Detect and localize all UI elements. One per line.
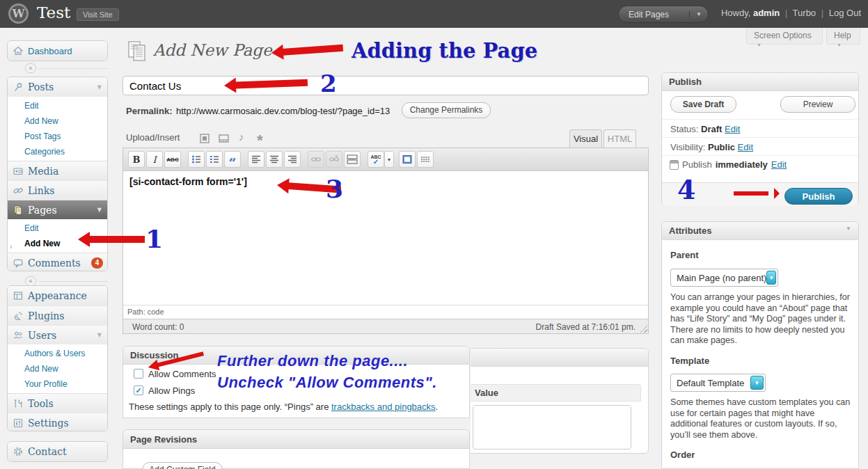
sidebar-item-contact[interactable]: Contact [8, 442, 107, 461]
custom-field-value-textarea[interactable] [473, 405, 631, 450]
spellcheck-dropdown[interactable]: ▼ [384, 151, 394, 168]
publish-button[interactable]: Publish [784, 188, 853, 205]
publish-panel-header[interactable]: Publish [662, 73, 858, 91]
sidebar-item-settings[interactable]: Settings [8, 413, 107, 431]
allow-pings-checkbox[interactable]: ✓ [134, 385, 143, 395]
sidebar-item-label: Settings [28, 418, 103, 429]
sidebar-item-users[interactable]: Users ▼ [8, 325, 107, 344]
sidebar-item-pages-selected[interactable]: Pages ▼ [8, 200, 107, 219]
spellcheck-icon: ABC ✓ [370, 154, 381, 164]
divider [39, 281, 108, 282]
turbo-link[interactable]: Turbo [793, 8, 816, 18]
sidebar-item-appearance[interactable]: Appearance [8, 286, 107, 305]
bold-button[interactable]: B [128, 151, 145, 168]
link-icon [311, 154, 321, 164]
preview-button[interactable]: Preview [780, 96, 855, 113]
submenu-item-post-tags[interactable]: Post Tags [8, 129, 107, 144]
sidebar-item-label: Plugins [28, 310, 103, 321]
edit-visibility-link[interactable]: Edit [738, 142, 753, 152]
blockquote-button[interactable]: “ [224, 151, 241, 168]
edit-publish-when-link[interactable]: Edit [771, 159, 787, 170]
add-video-icon[interactable] [219, 134, 229, 143]
select-dropdown-icon[interactable]: ▼ [766, 271, 776, 285]
collapse-menu-icon[interactable]: « [25, 63, 36, 73]
trackbacks-pingbacks-link[interactable]: trackbacks and pingbacks [331, 402, 436, 412]
sidebar-item-tools[interactable]: Tools [8, 393, 107, 413]
annotation-step-2: 2 [320, 70, 337, 97]
sidebar-item-comments[interactable]: Comments 4 [8, 253, 107, 271]
sidebar-item-posts[interactable]: Posts ▼ [8, 77, 107, 97]
visit-site-button[interactable]: Visit Site [77, 8, 119, 21]
wordpress-admin-page: W Test Visit Site Edit Pages ▼ Howdy, ad… [0, 0, 868, 469]
bullet-list-button[interactable] [188, 151, 205, 168]
add-image-icon[interactable] [200, 134, 210, 143]
page-revisions-panel-header[interactable]: Page Revisions [123, 429, 470, 449]
attributes-panel-header[interactable]: Attributes ▼ [662, 222, 858, 240]
status-row: Status: Draft Edit [670, 124, 740, 134]
sidebar-item-label: Pages [28, 205, 93, 216]
allow-comments-checkbox[interactable] [134, 369, 143, 379]
fullscreen-button[interactable] [399, 151, 416, 168]
divider [39, 68, 108, 69]
remove-link-button [326, 151, 342, 168]
logout-link[interactable]: Log Out [829, 8, 861, 18]
gear-icon [13, 447, 23, 456]
collapse-menu-icon[interactable]: « [25, 276, 36, 286]
favorites-menu-button[interactable]: Edit Pages ▼ [618, 6, 709, 23]
editor-resize-handle[interactable] [640, 325, 647, 333]
align-left-button[interactable] [248, 151, 265, 168]
select-dropdown-icon[interactable]: ▼ [750, 376, 764, 390]
editor-content-area[interactable]: [si-contact-form form='1'] [123, 171, 648, 305]
numbered-list-button[interactable] [206, 151, 223, 168]
submenu-item-edit[interactable]: Edit [8, 221, 107, 236]
page-revisions-panel-body: Add Custom Field [123, 449, 470, 469]
chevron-down-icon[interactable]: ▼ [97, 207, 103, 213]
sidebar-item-links[interactable]: Links [8, 180, 107, 200]
align-right-button[interactable] [284, 151, 301, 168]
publish-when-prefix: Publish [682, 159, 712, 170]
submenu-item-authors-users[interactable]: Authors & Users [8, 346, 107, 361]
kitchen-sink-button[interactable] [417, 151, 434, 168]
align-center-button[interactable] [266, 151, 283, 168]
sidebar-group-contact: Contact [7, 441, 108, 462]
permalink-label: Permalink: [126, 106, 172, 116]
screen-options-tab[interactable]: Screen Options ▼ [746, 28, 823, 45]
chevron-down-icon[interactable]: ▼ [846, 225, 851, 232]
more-tag-button[interactable] [344, 151, 361, 168]
submenu-item-label: Add New [24, 239, 60, 248]
add-audio-icon[interactable]: ♪ [239, 131, 244, 143]
tab-visual[interactable]: Visual [569, 129, 602, 148]
add-custom-field-button[interactable]: Add Custom Field [142, 462, 223, 469]
publish-when-value: immediately [716, 159, 768, 170]
italic-button[interactable]: I [146, 151, 163, 168]
save-draft-button[interactable]: Save Draft [670, 96, 736, 113]
parent-select[interactable]: Main Page (no parent) ▼ [670, 269, 778, 287]
strikethrough-button[interactable]: ABC [164, 151, 181, 168]
chevron-down-icon[interactable]: ▼ [97, 84, 103, 90]
submenu-item-your-profile[interactable]: Your Profile [8, 376, 107, 392]
submenu-item-categories[interactable]: Categories [8, 144, 107, 159]
submenu-item-add-new[interactable]: Add New [8, 113, 107, 129]
current-item-pointer: › [10, 239, 13, 254]
username[interactable]: admin [753, 8, 780, 18]
chevron-down-icon[interactable]: ▼ [97, 332, 103, 338]
sidebar-item-plugins[interactable]: Plugins [8, 305, 107, 325]
help-tab[interactable]: Help ▼ [826, 28, 860, 45]
sidebar-item-dashboard[interactable]: Dashboard [8, 41, 107, 61]
status-value: Draft [701, 124, 722, 134]
submenu-item-add-new[interactable]: Add New [8, 361, 107, 376]
spellcheck-button[interactable]: ABC ✓ [368, 151, 384, 168]
plugin-icon [13, 311, 23, 321]
edit-status-link[interactable]: Edit [725, 124, 740, 134]
parent-label: Parent [670, 250, 698, 260]
site-name[interactable]: Test [37, 3, 70, 22]
wordpress-logo-icon[interactable]: W [8, 3, 29, 24]
chevron-down-icon[interactable]: ▼ [689, 11, 708, 17]
page-title-input[interactable] [123, 76, 649, 95]
submenu-item-edit[interactable]: Edit [8, 98, 107, 113]
sidebar-item-media[interactable]: Media [8, 161, 107, 180]
change-permalinks-button[interactable]: Change Permalinks [402, 102, 491, 118]
template-select[interactable]: Default Template ▼ [670, 374, 766, 392]
tab-html[interactable]: HTML [603, 129, 636, 148]
comments-count-badge: 4 [91, 257, 103, 269]
